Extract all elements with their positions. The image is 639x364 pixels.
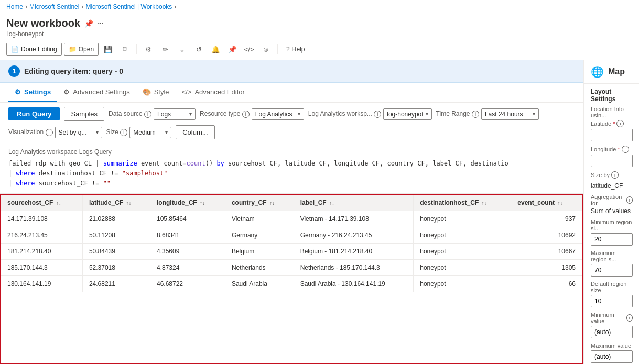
sort-arrows-destination[interactable]: ↑↓ [482,200,487,206]
col-country[interactable]: country_CF ↑↓ [225,195,294,211]
min-value-info-icon[interactable]: i [626,314,633,322]
breadcrumb-home[interactable]: Home [6,3,23,10]
open-button[interactable]: 📁 Open [64,43,99,56]
max-region-size-input[interactable] [591,264,633,277]
time-range-group: Time Range i Last 24 hours ▾ [436,108,539,120]
copy-button[interactable]: ⧉ [117,42,132,57]
workspace-select[interactable]: log-honeypot ▾ [383,108,431,120]
min-region-size-input[interactable] [591,233,633,246]
settings-button[interactable]: ⚙ [141,42,156,57]
visualization-label: Visualization i [8,128,53,136]
size-group: Size i Medium ▾ [106,127,172,138]
table-cell-1-3: Germany [225,227,294,243]
tab-style[interactable]: 🎨 Style [136,83,176,102]
edit-doc-icon: 📄 [11,46,19,53]
col-event-count[interactable]: event_count ↑↓ [511,195,582,211]
breadcrumb-workbooks[interactable]: Microsoft Sentinel | Workbooks [85,3,172,10]
chevron-down-button[interactable]: ⌄ [175,42,189,57]
main-content: 1 Editing query item: query - 0 ⚙ Settin… [0,60,639,364]
col-sourcehost[interactable]: sourcehost_CF ↑↓ [1,195,82,211]
advanced-settings-icon: ⚙ [63,88,70,96]
sort-arrows-label[interactable]: ↑↓ [329,200,334,206]
table-cell-0-5: honeypot [414,211,511,227]
run-query-button[interactable]: Run Query [8,107,60,120]
data-source-select[interactable]: Logs ▾ [154,108,196,120]
longitude-input[interactable] [591,155,633,167]
tab-settings[interactable]: ⚙ Settings [8,83,57,102]
table-cell-1-6: 10692 [511,227,582,243]
min-value-input[interactable] [591,326,633,338]
resource-type-info-icon[interactable]: i [242,111,250,118]
col-destination[interactable]: destinationhost_CF ↑↓ [414,195,511,211]
table-cell-4-3: Saudi Arabia [225,275,294,292]
table-cell-0-3: Vietnam [225,211,294,227]
column-settings-button[interactable]: Colum... [176,125,214,139]
breadcrumb: Home › Microsoft Sentinel › Microsoft Se… [0,0,639,14]
sort-arrows-event-count[interactable]: ↑↓ [557,200,562,206]
time-range-info-icon[interactable]: i [472,111,479,118]
table-cell-4-4: Saudi Arabia - 130.164.141.19 [294,275,414,292]
size-by-label: Size by i [591,171,633,179]
sort-arrows-country[interactable]: ↑↓ [269,200,275,206]
pin-icon[interactable]: 📌 [84,19,93,28]
query-editor-label: Log Analytics workspace Logs Query [8,148,575,156]
size-by-info-icon[interactable]: i [611,171,619,179]
size-by-value: latitude_CF [591,180,633,192]
emoji-button[interactable]: ☺ [258,42,273,57]
sort-arrows-sourcehost[interactable]: ↑↓ [56,200,61,206]
col-longitude[interactable]: longitude_CF ↑↓ [150,195,225,211]
default-region-size-label: Default region size [591,281,633,293]
size-select[interactable]: Medium ▾ [129,127,171,138]
aggregation-for-label: Aggregation for i [591,194,633,206]
latitude-info-icon[interactable]: i [616,120,624,127]
aggregation-info-icon[interactable]: i [626,196,633,204]
layout-settings-section: Layout Settings Location Info usin... La… [584,84,639,364]
query-code[interactable]: failed_rdp_with_geo_CL | summarize event… [8,159,575,189]
resource-type-select[interactable]: Log Analytics ▾ [252,108,304,120]
results-area[interactable]: sourcehost_CF ↑↓ latitude_CF ↑↓ longitud… [0,194,583,364]
max-value-input[interactable] [591,350,633,363]
col-label[interactable]: label_CF ↑↓ [294,195,414,211]
share-button[interactable]: 📌 [225,42,240,57]
refresh-button[interactable]: ↺ [191,42,206,57]
edit-button[interactable]: ✏ [158,42,172,57]
table-header-row: sourcehost_CF ↑↓ latitude_CF ↑↓ longitud… [1,195,582,211]
breadcrumb-sentinel[interactable]: Microsoft Sentinel [29,3,79,10]
editing-header: 1 Editing query item: query - 0 [0,60,583,83]
default-region-size-input[interactable] [591,295,633,307]
code-button[interactable]: </> [242,42,256,57]
notification-button[interactable]: 🔔 [208,42,223,57]
resource-type-label: Resource type i [200,110,250,118]
tab-advanced-editor[interactable]: </> Advanced Editor [176,83,251,102]
done-editing-button[interactable]: 📄 Done Editing [6,43,62,56]
longitude-info-icon[interactable]: i [622,146,629,153]
table-cell-2-0: 181.214.218.40 [1,243,82,259]
more-options-icon[interactable]: ··· [98,19,104,28]
size-info-icon[interactable]: i [120,129,127,136]
data-source-info-icon[interactable]: i [144,111,151,118]
table-cell-1-0: 216.24.213.45 [1,227,82,243]
editing-title: Editing query item: query - 0 [24,67,123,75]
col-latitude[interactable]: latitude_CF ↑↓ [82,195,150,211]
sort-arrows-longitude[interactable]: ↑↓ [200,200,205,206]
folder-icon: 📁 [69,46,77,53]
table-row: 185.170.144.352.370184.87324NetherlandsN… [1,259,582,275]
right-panel-header: 🌐 Map [584,60,639,84]
tab-advanced-settings[interactable]: ⚙ Advanced Settings [57,83,136,102]
editing-number: 1 [8,65,20,77]
workspace-info-icon[interactable]: i [374,111,381,118]
query-tabs: ⚙ Settings ⚙ Advanced Settings 🎨 Style <… [0,83,583,103]
time-range-select[interactable]: Last 24 hours ▾ [481,108,539,120]
table-row: 14.171.39.10821.02888105.85464VietnamVie… [1,211,582,227]
visualization-select[interactable]: Set by q... ▾ [55,127,102,138]
toolbar: 📄 Done Editing 📁 Open 💾 ⧉ ⚙ ✏ ⌄ ↺ 🔔 📌 </… [0,39,639,60]
table-cell-2-6: 10667 [511,243,582,259]
samples-button[interactable]: Samples [64,107,104,121]
latitude-input[interactable] [591,129,633,141]
save-button[interactable]: 💾 [101,42,115,57]
table-row: 130.164.141.1924.6821146.68722Saudi Arab… [1,275,582,292]
visualization-info-icon[interactable]: i [46,129,53,136]
sort-arrows-latitude[interactable]: ↑↓ [126,200,132,206]
help-button[interactable]: ? Help [282,43,309,55]
table-cell-2-5: honeypot [414,243,511,259]
